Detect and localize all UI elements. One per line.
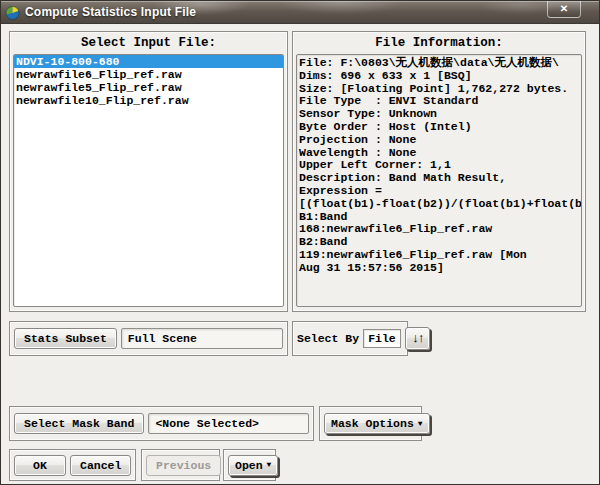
file-info-line: Expression =	[299, 185, 579, 198]
input-file-listbox[interactable]: NDVI-10-800-680newrawfile6_Flip_ref.rawn…	[13, 54, 284, 307]
file-info-line: [(float(b1)-float(b2))/(float(b1)+float(…	[299, 198, 579, 211]
envi-app-icon	[5, 5, 20, 20]
window-title: Compute Statistics Input File	[25, 5, 196, 19]
file-information-box: File: F:\0803\无人机数据\data\无人机数据\Dims: 696…	[296, 54, 582, 307]
compute-statistics-dialog: Compute Statistics Input File ✕ Select I…	[0, 0, 600, 485]
select-by-label: Select By	[297, 332, 359, 345]
file-info-line: Dims: 696 x 633 x 1 [BSQ]	[299, 70, 579, 83]
select-mask-band-button[interactable]: Select Mask Band	[14, 413, 144, 434]
file-information-panel: File Information: File: F:\0803\无人机数据\da…	[292, 31, 586, 312]
up-down-arrows-icon: ↓↑	[412, 331, 424, 346]
file-list-item[interactable]: newrawfile10_Flip_ref.raw	[14, 94, 283, 107]
cancel-button[interactable]: Cancel	[70, 455, 131, 476]
file-info-line: Projection : None	[299, 134, 579, 147]
ok-button[interactable]: OK	[14, 455, 66, 476]
stats-subset-value: Full Scene	[121, 328, 283, 349]
file-list-item[interactable]: newrawfile5_Flip_ref.raw	[14, 81, 283, 94]
open-label: Open	[235, 459, 263, 472]
stats-subset-group: Stats Subset Full Scene	[9, 321, 288, 356]
stats-subset-button[interactable]: Stats Subset	[14, 328, 117, 349]
file-info-line: Byte Order : Host (Intel)	[299, 121, 579, 134]
chevron-down-icon: ▼	[267, 461, 272, 469]
select-by-value: File	[363, 329, 401, 348]
title-bar[interactable]: Compute Statistics Input File ✕	[1, 1, 599, 23]
close-button[interactable]: ✕	[547, 1, 581, 18]
file-information-header: File Information:	[293, 32, 585, 52]
ok-cancel-group: OK Cancel	[9, 449, 136, 481]
mask-options-label: Mask Options	[331, 417, 414, 430]
select-input-file-header: Select Input File:	[10, 32, 287, 52]
select-by-toggle-button[interactable]: ↓↑	[405, 327, 431, 350]
file-info-line: File: F:\0803\无人机数据\data\无人机数据\	[299, 57, 579, 70]
mask-options-group: Mask Options ▼	[319, 406, 422, 441]
file-info-line: Aug 31 15:57:56 2015]	[299, 262, 579, 275]
mask-band-value: <None Selected>	[148, 413, 309, 434]
open-button[interactable]: Open ▼	[228, 455, 278, 476]
previous-group: Previous	[141, 449, 220, 481]
file-list-item[interactable]: NDVI-10-800-680	[14, 55, 283, 68]
mask-options-button[interactable]: Mask Options ▼	[324, 413, 430, 434]
select-input-file-panel: Select Input File: NDVI-10-800-680newraw…	[9, 31, 288, 312]
previous-button: Previous	[146, 455, 221, 476]
file-info-line: 119:newrawfile6_Flip_ref.raw [Mon	[299, 249, 579, 262]
mask-band-group: Select Mask Band <None Selected>	[9, 406, 314, 441]
chevron-down-icon: ▼	[418, 420, 423, 428]
open-group: Open ▼	[223, 449, 276, 481]
close-icon: ✕	[560, 3, 568, 14]
select-by-group: Select By File ↓↑	[292, 321, 408, 356]
file-list-item[interactable]: newrawfile6_Flip_ref.raw	[14, 68, 283, 81]
